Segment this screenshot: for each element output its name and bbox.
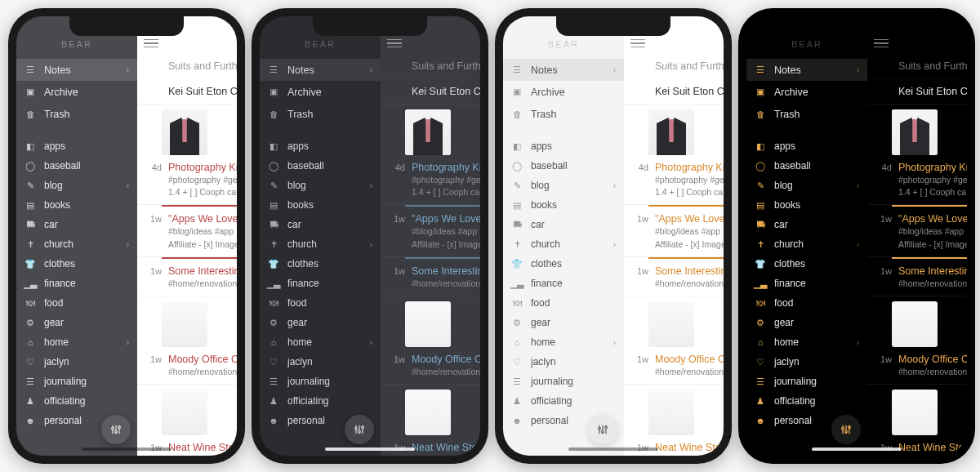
note-row[interactable]: 1wSome Interesting#home/renovation (137, 259, 237, 296)
tag-item-gear[interactable]: ⚙gear (260, 313, 381, 332)
tag-item-car[interactable]: ⛟car (746, 215, 867, 234)
tag-item-blog[interactable]: ✎blog› (746, 176, 867, 195)
tag-item-officiating[interactable]: ♟officiating (16, 391, 137, 411)
tag-item-journaling[interactable]: ☰journaling (746, 372, 867, 391)
note-row[interactable]: 1w"Apps We Love"#blog/ideas #appAffiliat… (867, 207, 967, 256)
tag-item-food[interactable]: 🍽food (260, 293, 381, 313)
note-row[interactable]: 1wSome Interesting#home/renovation (381, 259, 480, 296)
tag-item-car[interactable]: ⛟car (16, 215, 137, 234)
tag-item-clothes[interactable]: 👕clothes (16, 254, 137, 274)
note-row[interactable]: 1wMoody Office Co#home/renovation (381, 347, 480, 385)
note-row[interactable]: Kei Suit Eton Cont (624, 79, 724, 105)
nav-item-archive[interactable]: ▣Archive (746, 81, 867, 103)
tag-item-jaclyn[interactable]: ♡jaclyn (260, 352, 381, 372)
tag-item-finance[interactable]: ▁▃finance (260, 274, 381, 293)
tag-item-officiating[interactable]: ♟officiating (260, 391, 381, 411)
note-row[interactable]: Suits and Further (624, 54, 724, 79)
note-row[interactable]: 1wNeat Wine Storag#home/renovation (381, 435, 480, 456)
nav-item-archive[interactable]: ▣Archive (503, 81, 624, 103)
tag-item-journaling[interactable]: ☰journaling (503, 372, 624, 391)
tag-item-home[interactable]: ⌂home› (503, 332, 624, 352)
tag-item-blog[interactable]: ✎blog› (503, 176, 624, 195)
tag-item-finance[interactable]: ▁▃finance (16, 274, 137, 293)
note-row[interactable]: 4dPhotography Kit#photography #ge1.4 + [… (381, 155, 480, 205)
tag-item-food[interactable]: 🍽food (746, 293, 867, 313)
nav-item-archive[interactable]: ▣Archive (260, 81, 381, 103)
tag-item-apps[interactable]: ◧apps (503, 136, 624, 156)
tag-item-books[interactable]: ▤books (260, 195, 381, 215)
menu-button[interactable] (630, 39, 645, 50)
nav-item-notes[interactable]: ☰Notes› (16, 59, 137, 81)
tag-item-church[interactable]: ✝church› (503, 234, 624, 254)
nav-item-notes[interactable]: ☰Notes› (260, 59, 381, 81)
tag-item-finance[interactable]: ▁▃finance (746, 274, 867, 293)
menu-button[interactable] (387, 39, 402, 50)
tag-item-clothes[interactable]: 👕clothes (260, 254, 381, 274)
tag-item-books[interactable]: ▤books (746, 195, 867, 215)
note-row[interactable]: 1wMoody Office Co#home/renovation (624, 347, 724, 385)
note-row[interactable]: 1w"Apps We Love"#blog/ideas #appAffiliat… (624, 207, 724, 256)
tag-item-blog[interactable]: ✎blog› (260, 176, 381, 195)
nav-item-trash[interactable]: 🗑Trash (503, 103, 624, 125)
note-row[interactable]: Kei Suit Eton Cont (381, 79, 480, 105)
note-row[interactable]: 4dPhotography Kit#photography #ge1.4 + [… (624, 155, 724, 205)
tag-item-journaling[interactable]: ☰journaling (16, 372, 137, 391)
note-row[interactable]: 1w"Apps We Love"#blog/ideas #appAffiliat… (381, 207, 480, 256)
settings-button[interactable] (831, 415, 861, 444)
note-row[interactable]: Suits and Further (867, 54, 967, 79)
note-row[interactable]: 4dPhotography Kit#photography #ge1.4 + [… (867, 155, 967, 205)
note-row[interactable]: 1wNeat Wine Storag#home/renovation (867, 435, 967, 456)
note-list[interactable]: Suits and FurtherKei Suit Eton Cont4dPho… (137, 54, 237, 456)
note-row[interactable]: 1wSome Interesting#home/renovation (867, 259, 967, 296)
note-row[interactable]: 4dPhotography Kit#photography #ge1.4 + [… (137, 155, 237, 205)
tag-item-clothes[interactable]: 👕clothes (503, 254, 624, 274)
tag-item-apps[interactable]: ◧apps (260, 136, 381, 156)
tag-item-journaling[interactable]: ☰journaling (260, 372, 381, 391)
tag-item-car[interactable]: ⛟car (503, 215, 624, 234)
tag-item-food[interactable]: 🍽food (16, 293, 137, 313)
tag-item-home[interactable]: ⌂home› (746, 332, 867, 352)
nav-item-trash[interactable]: 🗑Trash (16, 103, 137, 125)
menu-button[interactable] (144, 39, 158, 50)
tag-item-jaclyn[interactable]: ♡jaclyn (16, 352, 137, 372)
nav-item-notes[interactable]: ☰Notes› (503, 59, 624, 81)
tag-item-church[interactable]: ✝church› (260, 234, 381, 254)
settings-button[interactable] (588, 415, 617, 444)
nav-item-notes[interactable]: ☰Notes› (746, 59, 867, 81)
tag-item-gear[interactable]: ⚙gear (16, 313, 137, 332)
note-row[interactable]: 1w"Apps We Love"#blog/ideas #appAffiliat… (137, 207, 237, 256)
tags-section[interactable]: ◧apps◯baseball✎blog›▤books⛟car✝church›👕c… (503, 133, 624, 456)
tags-section[interactable]: ◧apps◯baseball✎blog›▤books⛟car✝church›👕c… (746, 133, 867, 456)
tag-item-jaclyn[interactable]: ♡jaclyn (746, 352, 867, 372)
tag-item-officiating[interactable]: ♟officiating (503, 391, 624, 411)
tag-item-gear[interactable]: ⚙gear (503, 313, 624, 332)
menu-button[interactable] (874, 39, 889, 50)
tags-section[interactable]: ◧apps◯baseball✎blog›▤books⛟car✝church›👕c… (16, 133, 137, 456)
tag-item-food[interactable]: 🍽food (503, 293, 624, 313)
note-list[interactable]: Suits and FurtherKei Suit Eton Cont4dPho… (381, 54, 480, 456)
tag-item-church[interactable]: ✝church› (16, 234, 137, 254)
note-row[interactable]: 1wMoody Office Co#home/renovation (137, 347, 237, 385)
tag-item-home[interactable]: ⌂home› (260, 332, 381, 352)
note-row[interactable]: 1wSome Interesting#home/renovation (624, 259, 724, 296)
note-row[interactable]: 1wNeat Wine Storag#home/renovation (137, 435, 237, 456)
tag-item-home[interactable]: ⌂home› (16, 332, 137, 352)
note-row[interactable]: Kei Suit Eton Cont (137, 79, 237, 105)
note-row[interactable]: 1wNeat Wine Storag#home/renovation (624, 435, 724, 456)
nav-item-trash[interactable]: 🗑Trash (260, 103, 381, 125)
tag-item-clothes[interactable]: 👕clothes (746, 254, 867, 274)
settings-button[interactable] (345, 415, 374, 444)
tag-item-church[interactable]: ✝church› (746, 234, 867, 254)
tags-section[interactable]: ◧apps◯baseball✎blog›▤books⛟car✝church›👕c… (260, 133, 381, 456)
tag-item-car[interactable]: ⛟car (260, 215, 381, 234)
tag-item-books[interactable]: ▤books (503, 195, 624, 215)
note-list[interactable]: Suits and FurtherKei Suit Eton Cont4dPho… (867, 54, 967, 456)
tag-item-gear[interactable]: ⚙gear (746, 313, 867, 332)
tag-item-baseball[interactable]: ◯baseball (260, 156, 381, 176)
tag-item-finance[interactable]: ▁▃finance (503, 274, 624, 293)
tag-item-baseball[interactable]: ◯baseball (16, 156, 137, 176)
note-list[interactable]: Suits and FurtherKei Suit Eton Cont4dPho… (624, 54, 724, 456)
tag-item-apps[interactable]: ◧apps (746, 136, 867, 156)
tag-item-apps[interactable]: ◧apps (16, 136, 137, 156)
tag-item-blog[interactable]: ✎blog› (16, 176, 137, 195)
